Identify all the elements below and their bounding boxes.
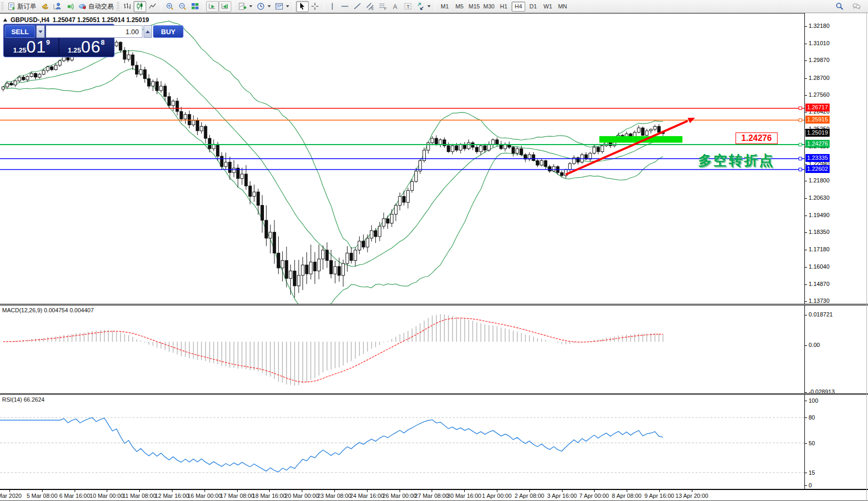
chinese-annotation-text[interactable]: 多空转折点 [698,151,774,170]
autotrade-button[interactable]: 自动交易 [76,1,116,12]
zoom-in-button[interactable] [164,1,176,12]
buy-button[interactable]: BUY [153,25,183,38]
crosshair-button[interactable] [309,1,321,12]
bollinger-band[interactable] [3,68,663,304]
candle-body [479,146,482,151]
timeframe-button-m5[interactable]: M5 [453,2,466,12]
panel-divider[interactable] [0,393,868,395]
history-center-button[interactable] [38,1,51,12]
templates-button[interactable] [273,1,291,12]
time-tick-label: 9 Apr 16:00 [645,493,674,499]
line-drag-handle[interactable] [799,157,802,160]
timeframe-button-w1[interactable]: W1 [541,2,555,12]
horizontal-line-button[interactable] [339,1,351,12]
arrows-dropdown-caret[interactable] [427,5,431,7]
vertical-line-button[interactable] [326,1,339,12]
time-axis[interactable]: Mar 20205 Mar 08:006 Mar 16:0010 Mar 00:… [0,489,868,501]
toolbar-grip[interactable] [117,2,119,11]
axis-tick [805,232,807,233]
indicators-button[interactable] [236,1,254,12]
zoom-out-button[interactable] [176,1,189,12]
candlestick-chart-button[interactable] [134,1,146,12]
equidistant-channel-button[interactable]: E [364,1,376,12]
line-drag-handle[interactable] [799,168,802,171]
price-tick-label: 1.19490 [809,212,830,218]
text-button[interactable]: A [389,1,402,12]
time-tick-label: 16 Mar 00:00 [188,493,222,499]
window-edge [866,13,867,501]
candle-body [346,253,349,263]
chart-shift-button[interactable] [219,1,231,12]
crosshair-icon [311,2,319,11]
volume-input[interactable] [46,25,142,38]
bar-chart-button[interactable] [121,1,134,12]
candle-body [241,174,243,179]
toolbar-grip[interactable] [1,2,4,11]
templates-dropdown-caret[interactable] [286,5,289,7]
periods-dropdown-caret[interactable] [268,5,271,7]
buy-price[interactable]: 1.25068 [59,38,113,56]
price-callout-label[interactable]: 1.24276 [736,132,778,144]
tile-windows-button[interactable] [189,1,201,12]
trendline-button[interactable] [351,1,364,12]
indicators-dropdown-caret[interactable] [249,5,252,7]
fibonacci-button[interactable]: F [376,1,389,12]
macd-canvas[interactable] [0,305,868,393]
axis-tick [805,60,807,61]
one-click-collapse-icon[interactable] [3,18,7,22]
horizontal-line-icon [341,2,349,11]
text-icon: A [391,2,400,11]
timeframe-button-mn[interactable]: MN [556,2,569,12]
timeframe-button-m30[interactable]: M30 [482,2,496,12]
line-drag-handle[interactable] [799,143,802,146]
volume-increase-button[interactable] [144,25,152,38]
auto-scroll-button[interactable] [206,1,219,12]
sell-button[interactable]: SELL [5,25,35,38]
rsi-panel[interactable]: RSI(14) 66.2624 [0,395,868,489]
text-label-button[interactable]: T [402,1,414,12]
line-chart-button[interactable] [146,1,159,12]
candle-body [168,97,170,106]
candlestick-chart-icon [136,2,144,11]
arrows-button[interactable] [414,1,433,12]
sell-price[interactable]: 1.25019 [5,38,58,56]
time-tick [594,490,595,492]
chat-button[interactable] [850,1,863,12]
candle-body [176,101,178,111]
candle-body [30,74,33,77]
cursor-button[interactable] [296,1,309,12]
timeframe-button-m1[interactable]: M1 [438,2,452,12]
time-tick [42,490,43,492]
axis-tick [805,95,807,96]
search-button[interactable] [833,1,846,12]
candle-body [257,192,259,206]
candle-body [427,143,430,150]
rsi-canvas[interactable] [0,395,868,489]
price-chart-panel[interactable]: GBPUSD-,H4 1.25047 1.25051 1.25014 1.250… [0,13,868,304]
expert-advisors-button[interactable] [51,1,64,12]
candle-body [415,171,417,181]
timeframe-button-h4[interactable]: H4 [512,2,525,12]
macd-panel[interactable]: MACD(12,26,9) 0.004754 0.004407 [0,305,868,393]
periods-button[interactable] [254,1,273,12]
line-chart-icon [148,2,157,11]
time-tick-label: 30 Mar 16:00 [447,493,482,499]
candle-body [386,219,389,223]
timeframe-button-h1[interactable]: H1 [497,2,510,12]
price-axis[interactable]: 1.321801.310101.298701.287001.275601.264… [804,13,868,489]
rsi-tick-label: 50 [809,440,815,446]
candle-body [18,77,21,81]
volume-decrease-button[interactable] [36,25,45,38]
line-drag-handle[interactable] [799,107,802,110]
panel-divider[interactable] [0,304,868,305]
signals-button[interactable] [64,1,76,12]
timeframe-button-d1[interactable]: D1 [526,2,540,12]
candle-body [285,261,288,279]
line-drag-handle[interactable] [799,119,802,122]
cursor-icon [298,2,307,11]
candle-body [439,140,442,145]
timeframe-button-m15[interactable]: M15 [467,2,481,12]
candle-body [180,111,182,119]
new-order-button[interactable]: 新订单 [5,1,38,12]
time-tick-label: 26 Mar 00:00 [383,493,417,499]
